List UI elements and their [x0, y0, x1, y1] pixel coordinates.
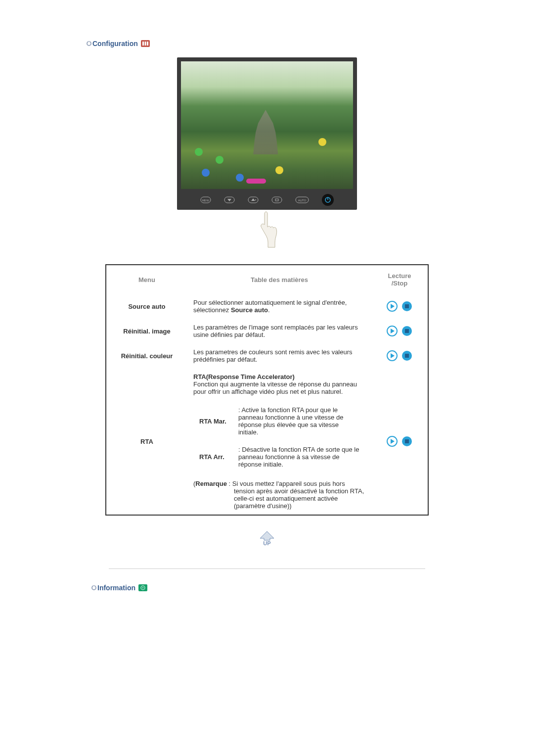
monitor-power-button-icon [322, 194, 334, 206]
scroll-up-button[interactable]: UP [257, 530, 277, 549]
svg-rect-14 [275, 199, 278, 201]
svg-rect-13 [272, 197, 282, 203]
svg-point-41 [142, 587, 144, 589]
monitor-screen [181, 61, 353, 189]
monitor-illustration: MENU AUTO [166, 57, 368, 249]
svg-rect-5 [147, 42, 148, 46]
svg-text:UP: UP [263, 540, 270, 546]
svg-marker-11 [251, 198, 255, 201]
monitor-brightness-up-icon [248, 195, 259, 204]
svg-marker-9 [227, 199, 231, 201]
row-reinit-image-menu: Réinitial. image [106, 319, 187, 343]
information-title: Information [97, 584, 135, 592]
row-rta-menu: RTA [106, 368, 187, 515]
col-header-contents: Table des matières [187, 265, 371, 294]
hand-pointer-icon [252, 210, 282, 249]
play-icon[interactable] [387, 350, 398, 361]
svg-rect-34 [405, 439, 409, 443]
information-badge-icon [138, 584, 147, 591]
stop-icon[interactable] [401, 436, 412, 447]
svg-rect-3 [142, 42, 144, 46]
settings-table: Menu Table des matières Lecture/Stop Sou… [105, 264, 429, 516]
configuration-badge-icon [141, 40, 150, 47]
stop-icon[interactable] [401, 350, 412, 361]
configuration-title: Configuration [92, 40, 138, 47]
row-source-auto-menu: Source auto [106, 294, 187, 319]
svg-rect-38 [93, 586, 94, 588]
col-header-menu: Menu [106, 265, 187, 294]
stop-icon[interactable] [401, 301, 412, 312]
svg-point-12 [255, 199, 256, 200]
svg-rect-30 [405, 354, 409, 358]
stop-icon[interactable] [401, 326, 412, 336]
play-icon[interactable] [387, 326, 398, 336]
rta-off-label: RTA Arr. [193, 441, 232, 473]
monitor-auto-button-icon: AUTO [295, 195, 309, 204]
svg-rect-22 [405, 304, 409, 308]
svg-rect-4 [144, 42, 146, 46]
rta-on-desc: : Active la fonction RTA pour que le pan… [232, 401, 365, 441]
row-rta-desc: RTA(Response Time Accelerator) Fonction … [187, 368, 371, 515]
monitor-menu-button-icon: MENU [200, 195, 211, 204]
section-header-configuration: Configuration [87, 40, 534, 47]
bullet-icon [87, 41, 91, 46]
rta-off-desc: : Désactive la fonction RTA de sorte que… [232, 441, 365, 473]
svg-text:AUTO: AUTO [298, 199, 307, 202]
svg-rect-26 [405, 329, 409, 333]
row-reinit-image-desc: Les paramètres de l'image sont remplacés… [187, 319, 371, 343]
svg-rect-1 [89, 42, 89, 44]
section-header-information: Information [91, 584, 534, 592]
row-source-auto-desc: Pour sélectionner automatiquement le sig… [187, 294, 371, 319]
row-reinit-color-desc: Les parametres de couleurs sont remis av… [187, 343, 371, 368]
monitor-brightness-down-icon [224, 195, 235, 204]
section-divider [109, 568, 425, 569]
monitor-button-bar: MENU AUTO [181, 194, 353, 206]
bullet-icon [91, 585, 96, 590]
monitor-frame: MENU AUTO [177, 57, 357, 210]
play-icon[interactable] [387, 436, 398, 447]
monitor-enter-button-icon [271, 195, 282, 204]
svg-text:MENU: MENU [202, 199, 210, 202]
col-header-playstop: Lecture/Stop [371, 265, 428, 294]
rta-on-label: RTA Mar. [193, 401, 232, 441]
play-icon[interactable] [387, 301, 398, 312]
rta-remark: (Remarque : Si vous mettez l'appareil so… [193, 480, 365, 510]
row-reinit-color-menu: Réinitial. couleur [106, 343, 187, 368]
svg-marker-35 [260, 531, 274, 540]
